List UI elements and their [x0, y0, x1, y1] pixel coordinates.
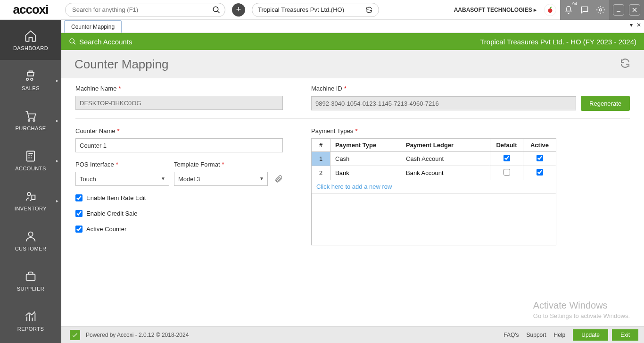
update-button[interactable]: Update — [573, 329, 608, 341]
table-header-row: # Payment Type Payment Ledger Default Ac… — [312, 139, 556, 152]
quick-add-button[interactable]: + — [232, 3, 245, 17]
footer-link-help[interactable]: Help — [554, 332, 566, 338]
settings-icon[interactable] — [596, 5, 605, 15]
top-bar: accoxi + Tropical Treasures Pvt Ltd.(HO)… — [0, 0, 644, 20]
svg-point-16 — [28, 232, 33, 236]
attachment-icon[interactable] — [274, 175, 283, 183]
exit-button[interactable]: Exit — [612, 329, 638, 341]
company-menu[interactable]: AABASOFT TECHNOLOGIES ▸ — [454, 7, 537, 13]
chevron-right-icon: ▸ — [56, 198, 58, 203]
cell-num: 2 — [312, 166, 330, 180]
col-num: # — [312, 139, 330, 152]
footer-bar: Powered by Accoxi - 2.0.12 © 2018-2024 F… — [61, 326, 644, 343]
label-machine-name: Machine Name* — [75, 85, 283, 92]
sidebar-item-label: ACCOUNTS — [15, 166, 46, 171]
svg-point-3 — [600, 8, 602, 11]
sidebar-item-label: CUSTOMER — [15, 246, 47, 251]
svg-rect-9 — [27, 151, 34, 161]
minimize-button[interactable] — [613, 4, 624, 16]
sidebar-item-reports[interactable]: REPORTS — [0, 301, 61, 341]
pos-interface-select[interactable] — [75, 172, 169, 186]
svg-line-1 — [217, 11, 220, 13]
cell-default-checkbox[interactable] — [504, 169, 510, 176]
notifications-icon[interactable]: 94 — [564, 5, 573, 15]
col-active: Active — [523, 139, 556, 152]
svg-point-2 — [548, 8, 553, 13]
enable-rate-input[interactable] — [75, 194, 83, 201]
cell-default-checkbox[interactable] — [504, 155, 510, 161]
svg-point-0 — [213, 7, 218, 12]
label-pos-interface: POS Interface* — [75, 161, 169, 168]
active-counter-label: Active Counter — [86, 226, 126, 233]
page-title: Counter Mapping — [74, 57, 168, 72]
footer-link-support[interactable]: Support — [527, 332, 546, 338]
label-counter-name: Counter Name* — [75, 127, 283, 134]
footer-link-faqs[interactable]: FAQ's — [504, 332, 519, 338]
sidebar-item-label: PURCHASE — [15, 125, 46, 131]
svg-point-22 — [70, 39, 74, 43]
app-logo-text: accoxi — [13, 2, 49, 17]
notification-badge: 94 — [572, 1, 577, 6]
sidebar-item-label: REPORTS — [17, 326, 44, 332]
topbar-actions: 94 — [560, 0, 609, 20]
search-icon[interactable] — [212, 6, 221, 14]
org-selector[interactable]: Tropical Treasures Pvt Ltd.(HO) — [252, 3, 379, 17]
counter-name-field[interactable] — [75, 138, 283, 152]
sidebar-item-accounts[interactable]: ACCOUNTS ▸ — [0, 140, 61, 180]
close-button[interactable] — [629, 4, 640, 16]
sidebar-item-label: DASHBOARD — [13, 45, 48, 51]
sidebar: DASHBOARD SALES ▸ PURCHASE ▸ ACCOUNTS ▸ … — [0, 20, 61, 343]
chevron-right-icon: ▸ — [56, 117, 58, 123]
search-accounts-label: Search Accounts — [79, 38, 132, 46]
active-counter-checkbox[interactable]: Active Counter — [75, 226, 283, 233]
app-logo: accoxi — [0, 0, 61, 20]
tab-strip: Counter Mapping ▾ ✕ — [61, 20, 644, 33]
global-search — [65, 3, 225, 17]
context-bar: Search Accounts Tropical Treasures Pvt L… — [61, 33, 644, 50]
template-format-select[interactable] — [174, 172, 268, 186]
sidebar-item-sales[interactable]: SALES ▸ — [0, 60, 61, 100]
sidebar-item-label: SUPPLIER — [17, 286, 44, 292]
cell-active-checkbox[interactable] — [537, 155, 543, 161]
page-titlebar: Counter Mapping — [61, 50, 644, 78]
payment-types-table: # Payment Type Payment Ledger Default Ac… — [311, 138, 556, 193]
enable-credit-checkbox[interactable]: Enable Credit Sale — [75, 210, 283, 217]
sidebar-item-dashboard[interactable]: DASHBOARD — [0, 20, 61, 60]
sidebar-item-label: SALES — [22, 85, 40, 91]
main-area: Counter Mapping ▾ ✕ Search Accounts Trop… — [61, 20, 644, 343]
context-label: Tropical Treasures Pvt Ltd. - HO (FY 202… — [480, 38, 636, 46]
add-row[interactable]: Click here to add a new row — [312, 180, 556, 193]
refresh-button[interactable] — [619, 58, 631, 71]
cell-num: 1 — [312, 152, 330, 166]
table-row[interactable]: 2 Bank Bank Account — [312, 166, 556, 180]
brand-badge-icon — [544, 4, 556, 16]
svg-point-8 — [33, 119, 35, 121]
chat-icon[interactable] — [580, 5, 589, 15]
tab-label: Counter Mapping — [71, 24, 115, 30]
search-input[interactable] — [65, 3, 225, 17]
sidebar-item-inventory[interactable]: INVENTORY ▸ — [0, 180, 61, 220]
tab-close-icon[interactable]: ✕ — [636, 22, 641, 28]
label-payment-types: Payment Types* — [311, 127, 630, 134]
enable-rate-checkbox[interactable]: Enable Item Rate Edit — [75, 194, 283, 201]
active-counter-input[interactable] — [75, 226, 83, 233]
window-controls — [609, 0, 644, 20]
regenerate-button[interactable]: Regenerate — [581, 96, 630, 111]
sidebar-item-purchase[interactable]: PURCHASE ▸ — [0, 100, 61, 140]
chevron-right-icon: ▸ — [56, 77, 58, 83]
cell-type: Bank — [330, 166, 401, 180]
svg-point-15 — [27, 192, 31, 195]
tab-counter-mapping[interactable]: Counter Mapping — [64, 20, 122, 33]
search-icon — [69, 38, 76, 45]
sidebar-item-customer[interactable]: CUSTOMER — [0, 220, 61, 260]
svg-rect-17 — [26, 274, 35, 280]
sidebar-item-supplier[interactable]: SUPPLIER — [0, 260, 61, 301]
enable-credit-input[interactable] — [75, 210, 83, 217]
cell-type: Cash — [330, 152, 401, 166]
search-accounts-link[interactable]: Search Accounts — [69, 38, 132, 46]
sidebar-item-label: INVENTORY — [15, 206, 47, 211]
tab-dropdown-icon[interactable]: ▾ — [630, 22, 633, 28]
cell-active-checkbox[interactable] — [537, 169, 543, 176]
table-row[interactable]: 1 Cash Cash Account — [312, 152, 556, 166]
footer-logo-icon — [70, 330, 80, 340]
